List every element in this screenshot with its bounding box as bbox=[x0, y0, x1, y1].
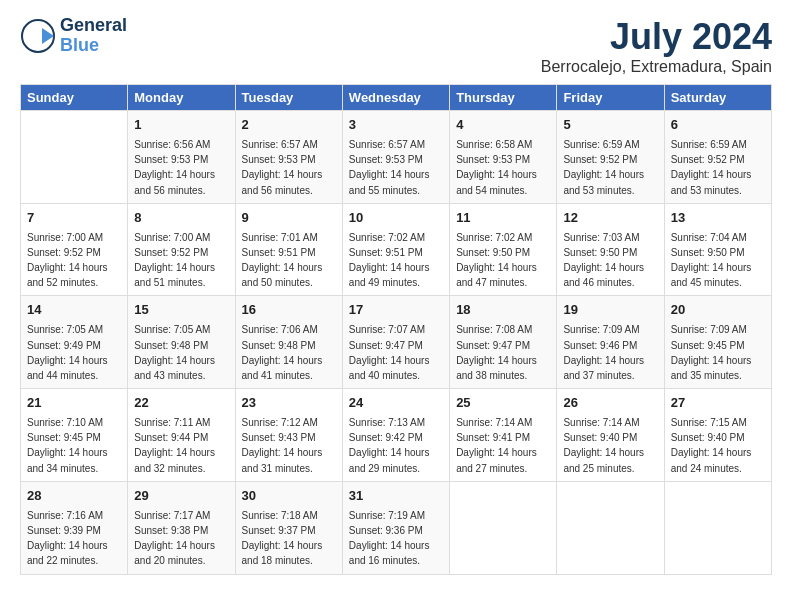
day-info: Sunrise: 7:13 AM Sunset: 9:42 PM Dayligh… bbox=[349, 417, 430, 474]
calendar-day-11: 11Sunrise: 7:02 AM Sunset: 9:50 PM Dayli… bbox=[450, 203, 557, 296]
calendar-table: SundayMondayTuesdayWednesdayThursdayFrid… bbox=[20, 84, 772, 575]
calendar-day-15: 15Sunrise: 7:05 AM Sunset: 9:48 PM Dayli… bbox=[128, 296, 235, 389]
calendar-day-6: 6Sunrise: 6:59 AM Sunset: 9:52 PM Daylig… bbox=[664, 111, 771, 204]
calendar-day-16: 16Sunrise: 7:06 AM Sunset: 9:48 PM Dayli… bbox=[235, 296, 342, 389]
day-number: 24 bbox=[349, 394, 443, 413]
day-number: 8 bbox=[134, 209, 228, 228]
day-info: Sunrise: 7:02 AM Sunset: 9:51 PM Dayligh… bbox=[349, 232, 430, 289]
page-container: General Blue July 2024 Berrocalejo, Extr… bbox=[0, 0, 792, 585]
day-info: Sunrise: 7:06 AM Sunset: 9:48 PM Dayligh… bbox=[242, 324, 323, 381]
calendar-day-7: 7Sunrise: 7:00 AM Sunset: 9:52 PM Daylig… bbox=[21, 203, 128, 296]
calendar-day-26: 26Sunrise: 7:14 AM Sunset: 9:40 PM Dayli… bbox=[557, 389, 664, 482]
month-title: July 2024 bbox=[541, 16, 772, 58]
day-info: Sunrise: 7:01 AM Sunset: 9:51 PM Dayligh… bbox=[242, 232, 323, 289]
day-info: Sunrise: 6:59 AM Sunset: 9:52 PM Dayligh… bbox=[671, 139, 752, 196]
day-number: 18 bbox=[456, 301, 550, 320]
day-info: Sunrise: 7:18 AM Sunset: 9:37 PM Dayligh… bbox=[242, 510, 323, 567]
day-info: Sunrise: 7:02 AM Sunset: 9:50 PM Dayligh… bbox=[456, 232, 537, 289]
day-number: 12 bbox=[563, 209, 657, 228]
day-info: Sunrise: 7:09 AM Sunset: 9:45 PM Dayligh… bbox=[671, 324, 752, 381]
day-info: Sunrise: 7:17 AM Sunset: 9:38 PM Dayligh… bbox=[134, 510, 215, 567]
day-number: 26 bbox=[563, 394, 657, 413]
calendar-week-row: 28Sunrise: 7:16 AM Sunset: 9:39 PM Dayli… bbox=[21, 481, 772, 574]
calendar-day-31: 31Sunrise: 7:19 AM Sunset: 9:36 PM Dayli… bbox=[342, 481, 449, 574]
day-number: 17 bbox=[349, 301, 443, 320]
day-info: Sunrise: 7:19 AM Sunset: 9:36 PM Dayligh… bbox=[349, 510, 430, 567]
calendar-day-9: 9Sunrise: 7:01 AM Sunset: 9:51 PM Daylig… bbox=[235, 203, 342, 296]
day-info: Sunrise: 7:16 AM Sunset: 9:39 PM Dayligh… bbox=[27, 510, 108, 567]
weekday-sunday: Sunday bbox=[21, 85, 128, 111]
day-info: Sunrise: 7:05 AM Sunset: 9:48 PM Dayligh… bbox=[134, 324, 215, 381]
day-number: 2 bbox=[242, 116, 336, 135]
calendar-day-22: 22Sunrise: 7:11 AM Sunset: 9:44 PM Dayli… bbox=[128, 389, 235, 482]
day-number: 20 bbox=[671, 301, 765, 320]
calendar-day-30: 30Sunrise: 7:18 AM Sunset: 9:37 PM Dayli… bbox=[235, 481, 342, 574]
day-number: 4 bbox=[456, 116, 550, 135]
day-number: 25 bbox=[456, 394, 550, 413]
day-info: Sunrise: 7:03 AM Sunset: 9:50 PM Dayligh… bbox=[563, 232, 644, 289]
weekday-thursday: Thursday bbox=[450, 85, 557, 111]
day-number: 1 bbox=[134, 116, 228, 135]
calendar-body: 1Sunrise: 6:56 AM Sunset: 9:53 PM Daylig… bbox=[21, 111, 772, 575]
calendar-header: SundayMondayTuesdayWednesdayThursdayFrid… bbox=[21, 85, 772, 111]
day-number: 30 bbox=[242, 487, 336, 506]
day-number: 16 bbox=[242, 301, 336, 320]
calendar-day-empty bbox=[557, 481, 664, 574]
day-number: 5 bbox=[563, 116, 657, 135]
day-number: 29 bbox=[134, 487, 228, 506]
day-info: Sunrise: 7:09 AM Sunset: 9:46 PM Dayligh… bbox=[563, 324, 644, 381]
day-info: Sunrise: 7:00 AM Sunset: 9:52 PM Dayligh… bbox=[134, 232, 215, 289]
weekday-tuesday: Tuesday bbox=[235, 85, 342, 111]
logo-blue-text: Blue bbox=[60, 36, 127, 56]
day-info: Sunrise: 7:05 AM Sunset: 9:49 PM Dayligh… bbox=[27, 324, 108, 381]
day-info: Sunrise: 7:08 AM Sunset: 9:47 PM Dayligh… bbox=[456, 324, 537, 381]
day-number: 27 bbox=[671, 394, 765, 413]
calendar-day-25: 25Sunrise: 7:14 AM Sunset: 9:41 PM Dayli… bbox=[450, 389, 557, 482]
day-number: 14 bbox=[27, 301, 121, 320]
logo-text: General bbox=[60, 16, 127, 36]
day-info: Sunrise: 7:15 AM Sunset: 9:40 PM Dayligh… bbox=[671, 417, 752, 474]
day-number: 22 bbox=[134, 394, 228, 413]
location: Berrocalejo, Extremadura, Spain bbox=[541, 58, 772, 76]
day-info: Sunrise: 6:57 AM Sunset: 9:53 PM Dayligh… bbox=[242, 139, 323, 196]
day-number: 7 bbox=[27, 209, 121, 228]
day-number: 10 bbox=[349, 209, 443, 228]
day-number: 9 bbox=[242, 209, 336, 228]
calendar-day-29: 29Sunrise: 7:17 AM Sunset: 9:38 PM Dayli… bbox=[128, 481, 235, 574]
day-info: Sunrise: 7:00 AM Sunset: 9:52 PM Dayligh… bbox=[27, 232, 108, 289]
day-info: Sunrise: 6:57 AM Sunset: 9:53 PM Dayligh… bbox=[349, 139, 430, 196]
calendar-day-5: 5Sunrise: 6:59 AM Sunset: 9:52 PM Daylig… bbox=[557, 111, 664, 204]
calendar-day-14: 14Sunrise: 7:05 AM Sunset: 9:49 PM Dayli… bbox=[21, 296, 128, 389]
calendar-day-4: 4Sunrise: 6:58 AM Sunset: 9:53 PM Daylig… bbox=[450, 111, 557, 204]
day-number: 3 bbox=[349, 116, 443, 135]
day-info: Sunrise: 7:10 AM Sunset: 9:45 PM Dayligh… bbox=[27, 417, 108, 474]
logo-icon bbox=[20, 18, 56, 54]
day-info: Sunrise: 7:14 AM Sunset: 9:41 PM Dayligh… bbox=[456, 417, 537, 474]
day-number: 6 bbox=[671, 116, 765, 135]
calendar-day-23: 23Sunrise: 7:12 AM Sunset: 9:43 PM Dayli… bbox=[235, 389, 342, 482]
weekday-row: SundayMondayTuesdayWednesdayThursdayFrid… bbox=[21, 85, 772, 111]
calendar-day-1: 1Sunrise: 6:56 AM Sunset: 9:53 PM Daylig… bbox=[128, 111, 235, 204]
calendar-day-24: 24Sunrise: 7:13 AM Sunset: 9:42 PM Dayli… bbox=[342, 389, 449, 482]
day-info: Sunrise: 7:04 AM Sunset: 9:50 PM Dayligh… bbox=[671, 232, 752, 289]
day-number: 19 bbox=[563, 301, 657, 320]
weekday-wednesday: Wednesday bbox=[342, 85, 449, 111]
calendar-day-10: 10Sunrise: 7:02 AM Sunset: 9:51 PM Dayli… bbox=[342, 203, 449, 296]
day-number: 13 bbox=[671, 209, 765, 228]
calendar-day-21: 21Sunrise: 7:10 AM Sunset: 9:45 PM Dayli… bbox=[21, 389, 128, 482]
calendar-day-2: 2Sunrise: 6:57 AM Sunset: 9:53 PM Daylig… bbox=[235, 111, 342, 204]
calendar-day-13: 13Sunrise: 7:04 AM Sunset: 9:50 PM Dayli… bbox=[664, 203, 771, 296]
day-info: Sunrise: 6:56 AM Sunset: 9:53 PM Dayligh… bbox=[134, 139, 215, 196]
logo: General Blue bbox=[20, 16, 127, 56]
calendar-day-17: 17Sunrise: 7:07 AM Sunset: 9:47 PM Dayli… bbox=[342, 296, 449, 389]
day-info: Sunrise: 6:58 AM Sunset: 9:53 PM Dayligh… bbox=[456, 139, 537, 196]
weekday-monday: Monday bbox=[128, 85, 235, 111]
calendar-week-row: 21Sunrise: 7:10 AM Sunset: 9:45 PM Dayli… bbox=[21, 389, 772, 482]
calendar-day-12: 12Sunrise: 7:03 AM Sunset: 9:50 PM Dayli… bbox=[557, 203, 664, 296]
weekday-friday: Friday bbox=[557, 85, 664, 111]
calendar-week-row: 7Sunrise: 7:00 AM Sunset: 9:52 PM Daylig… bbox=[21, 203, 772, 296]
day-number: 31 bbox=[349, 487, 443, 506]
weekday-saturday: Saturday bbox=[664, 85, 771, 111]
page-header: General Blue July 2024 Berrocalejo, Extr… bbox=[20, 16, 772, 76]
calendar-day-18: 18Sunrise: 7:08 AM Sunset: 9:47 PM Dayli… bbox=[450, 296, 557, 389]
